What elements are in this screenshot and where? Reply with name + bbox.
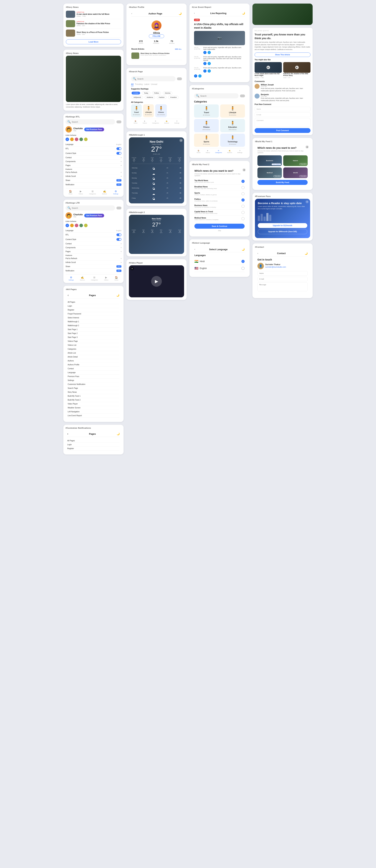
- ltr-tab-authors[interactable]: ✍ Authors: [80, 276, 85, 281]
- page-list-item[interactable]: Forgot Password: [68, 312, 119, 316]
- filter-tab-latest[interactable]: Latest: [144, 83, 149, 86]
- categories-search[interactable]: 🔍: [194, 93, 238, 98]
- page-list-item[interactable]: Contact: [68, 367, 119, 371]
- rtl-search-input[interactable]: [72, 121, 113, 123]
- filter-tab-all[interactable]: All: [131, 83, 134, 86]
- live-event-moon[interactable]: 🌙: [242, 12, 245, 14]
- page-list-item[interactable]: Walkthrough 1: [68, 320, 119, 324]
- filter-tab-trending[interactable]: Trending: [135, 83, 143, 86]
- tab-authors[interactable]: ✍ Authors: [102, 190, 107, 195]
- contact-message-input[interactable]: [257, 282, 308, 291]
- color-dot-4[interactable]: [79, 137, 83, 141]
- page-list-item[interactable]: Authors: [68, 359, 119, 363]
- lang-back[interactable]: ‹: [195, 248, 195, 251]
- skip-button[interactable]: Skip: [195, 230, 244, 231]
- page-list-item[interactable]: Start Page 2: [68, 332, 119, 335]
- feed2-check-1[interactable]: [241, 186, 244, 189]
- save-continue-button[interactable]: Save & Continue: [195, 224, 244, 229]
- cat-tab-videos[interactable]: ▶Videos: [206, 150, 210, 153]
- feed2-item-6[interactable]: Medical News Latest treatment, business …: [195, 216, 244, 222]
- rtl-premium-btn[interactable]: Get Premium Pass: [84, 128, 104, 131]
- ltr-search-bar[interactable]: 🔍: [65, 205, 115, 211]
- cat-sports-card[interactable]: 🧍 Sports 78 Articles: [194, 134, 219, 147]
- comment-text-field[interactable]: Comment: [255, 118, 311, 127]
- sp-tab-settings[interactable]: ⚙ Settings: [174, 120, 179, 124]
- lang-hindi[interactable]: 🇮🇳 Hindi: [195, 258, 244, 265]
- video-close-btn[interactable]: ✕: [130, 267, 134, 270]
- ltr-color-dot-3[interactable]: [75, 224, 78, 227]
- rtl-toggle[interactable]: [116, 147, 121, 150]
- feed2-item-1[interactable]: Breakfast News Start your day with inter…: [195, 185, 244, 191]
- color-dot-5[interactable]: [84, 137, 88, 141]
- color-dot-2[interactable]: [70, 137, 74, 141]
- hashtag-moderna[interactable]: Moderna: [145, 96, 155, 99]
- notif-register[interactable]: Register: [67, 446, 120, 451]
- live-event-back[interactable]: ‹: [194, 12, 195, 14]
- page-list-item[interactable]: Video Player: [68, 402, 119, 406]
- contact-name-input[interactable]: [257, 271, 308, 276]
- cat-education-card[interactable]: 🧍 Education 265 Articles: [220, 119, 245, 132]
- page-list-item[interactable]: Start Page 3: [68, 335, 119, 339]
- tab-categories[interactable]: ⊞ Categories: [89, 190, 96, 195]
- related-play-2[interactable]: ▶: [295, 66, 299, 69]
- page-list-item[interactable]: Start Page 1: [68, 328, 119, 332]
- timeline-tw-0[interactable]: t: [208, 51, 211, 54]
- feed-card-business-following[interactable]: FOLLOWING: [272, 163, 281, 165]
- load-more-button[interactable]: Load More: [66, 39, 121, 44]
- feed2-check-0[interactable]: [241, 180, 244, 183]
- page-list-item[interactable]: All Pages: [68, 300, 119, 304]
- notif-back[interactable]: ‹: [67, 432, 68, 435]
- page-list-item[interactable]: Customize Notification: [68, 382, 119, 386]
- comment-email-field[interactable]: E-mail: [255, 113, 311, 117]
- sp-tab-videos[interactable]: ▶ Videos: [143, 120, 147, 124]
- comment-name-field[interactable]: Name: [255, 107, 311, 112]
- color-dot-3[interactable]: [75, 137, 78, 141]
- timeline-fb-1[interactable]: f: [203, 62, 206, 65]
- ltr-tab-videos[interactable]: ▶ Videos: [104, 276, 108, 281]
- hashtag-fashion[interactable]: Fashion: [157, 96, 167, 99]
- search-cat-travel[interactable]: 🧍 Travel 32 Articles: [131, 104, 142, 117]
- pages-moon-icon[interactable]: 🌙: [116, 294, 119, 297]
- sp-tab-authors[interactable]: ✍ Authors: [164, 120, 169, 124]
- hindi-radio[interactable]: [241, 260, 244, 263]
- feed2-item-5[interactable]: Capital News in Trend Top to touch with …: [195, 210, 244, 216]
- feed2-item-4[interactable]: Business News Top stories on business & …: [195, 203, 244, 210]
- page-list-item[interactable]: Live Event Report: [68, 414, 119, 417]
- page-list-item[interactable]: Story News: [68, 390, 119, 394]
- hashtag-today[interactable]: Today: [142, 91, 150, 95]
- filter-tab-unread[interactable]: Unread: [151, 83, 157, 86]
- pages-panel-back[interactable]: ‹: [68, 293, 68, 297]
- hashtag-hollywood[interactable]: Hollywood: [132, 96, 143, 99]
- timeline-tw-2[interactable]: t: [208, 69, 211, 72]
- timeline-tw-1[interactable]: t: [208, 62, 211, 65]
- cat-travel-card[interactable]: 🧍 Travel 32 Articles: [194, 104, 219, 118]
- cat-tab-home[interactable]: 🏠Home: [197, 150, 200, 153]
- cat-tab-categories[interactable]: ⊞Categories: [215, 150, 222, 153]
- walkthrough1-close[interactable]: ✕: [179, 139, 183, 142]
- sp-tab-categories[interactable]: ⊞ Categories: [152, 120, 159, 124]
- feed2-check-4[interactable]: [241, 205, 244, 208]
- page-list-item[interactable]: Register: [68, 308, 119, 312]
- ltr-dark-toggle[interactable]: [116, 207, 121, 210]
- tab-settings[interactable]: ⚙ Settings: [113, 190, 118, 195]
- feed-card-nature-follow[interactable]: FOLLOW: [299, 163, 307, 165]
- feed2-check-3[interactable]: [241, 198, 244, 202]
- ltr-rtl-toggle[interactable]: [116, 234, 121, 236]
- timeline-fb-0[interactable]: f: [203, 51, 206, 54]
- search-panel-input[interactable]: [137, 78, 174, 80]
- hashtag-freedom[interactable]: Freedom: [168, 96, 179, 99]
- feed2-item-2[interactable]: Sports Cricket, Football, athletics & ga…: [195, 191, 244, 197]
- page-list-item[interactable]: Select Interest: [68, 316, 119, 320]
- ltr-color-dot-4[interactable]: [79, 224, 83, 227]
- page-list-item[interactable]: Authors Profile: [68, 363, 119, 367]
- page-list-item[interactable]: Premium Pass: [68, 375, 119, 378]
- feed1-close-btn[interactable]: ✕: [306, 145, 309, 149]
- search-cat-lifestyle[interactable]: 🧍 Lifestyle 56 Articles: [143, 104, 154, 117]
- page-list-item[interactable]: Videos List: [68, 343, 119, 347]
- ltr-color-dot-1[interactable]: [65, 224, 69, 227]
- facebook-icon[interactable]: f: [194, 74, 197, 78]
- hashtag-dismiss[interactable]: Dismiss: [163, 91, 173, 95]
- related-play-1[interactable]: ▶: [266, 66, 270, 69]
- see-all-button[interactable]: SEE ALL: [175, 48, 181, 50]
- page-list-item[interactable]: Build My Feed 1: [68, 394, 119, 398]
